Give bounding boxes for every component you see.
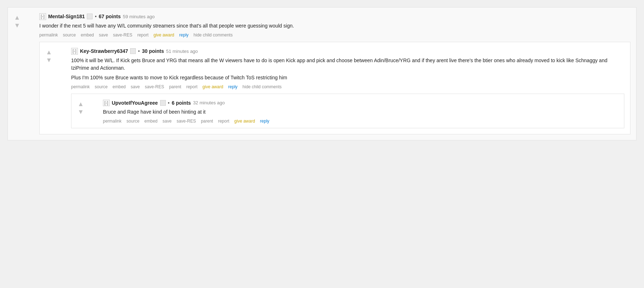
upvote-button[interactable]: ▲	[77, 100, 84, 108]
comment: ▲ ▼ [-] Mental-Sign181 • 67 points 59 mi…	[8, 7, 636, 140]
username[interactable]: UpvoteIfYouAgreee	[112, 100, 158, 106]
report-link[interactable]: report	[137, 33, 148, 38]
comment-actions: permalink source embed save save-RES par…	[71, 84, 624, 89]
bullet: •	[138, 48, 140, 54]
user-icon	[160, 100, 166, 106]
embed-link[interactable]: embed	[81, 33, 94, 38]
username[interactable]: Key-Strawberry6347	[80, 48, 128, 54]
save-link[interactable]: save	[99, 33, 108, 38]
reply-link[interactable]: reply	[260, 119, 269, 124]
save-res-link[interactable]: save-RES	[177, 119, 196, 124]
give-award-link[interactable]: give award	[234, 119, 255, 124]
report-link[interactable]: report	[218, 119, 229, 124]
collapse-button[interactable]: [-]	[39, 13, 46, 20]
vote-arrows: ▲ ▼	[45, 49, 53, 64]
upvote-button[interactable]: ▲	[45, 49, 53, 56]
embed-link[interactable]: embed	[144, 119, 158, 124]
upvote-button[interactable]: ▲	[14, 14, 21, 21]
source-link[interactable]: source	[95, 84, 108, 89]
hide-child-comments-link[interactable]: hide child comments	[194, 33, 233, 38]
permalink-link[interactable]: permalink	[103, 119, 122, 124]
permalink-link[interactable]: permalink	[39, 33, 58, 38]
embed-link[interactable]: embed	[113, 84, 126, 89]
hide-child-comments-link[interactable]: hide child comments	[243, 84, 282, 89]
source-link[interactable]: source	[63, 33, 76, 38]
report-link[interactable]: report	[186, 84, 197, 89]
comment-text: 100% it will be W/L. If Kick gets Bruce …	[71, 57, 624, 81]
comment-actions: permalink source embed save save-RES par…	[103, 119, 618, 124]
comment: ▲ ▼ [-] Key-Strawberry6347 • 30 points 5…	[39, 42, 630, 135]
points: 6 points	[172, 100, 191, 106]
downvote-button[interactable]: ▼	[77, 108, 84, 115]
downvote-button[interactable]: ▼	[14, 22, 21, 29]
reply-link[interactable]: reply	[179, 33, 189, 38]
collapse-button[interactable]: [-]	[103, 100, 110, 106]
save-link[interactable]: save	[131, 84, 140, 89]
give-award-link[interactable]: give award	[203, 84, 223, 89]
points: 67 points	[99, 14, 120, 19]
permalink-link[interactable]: permalink	[71, 84, 90, 89]
source-link[interactable]: source	[127, 119, 139, 124]
parent-link[interactable]: parent	[169, 84, 181, 89]
username[interactable]: Mental-Sign181	[48, 14, 85, 19]
comment-actions: permalink source embed save save-RES rep…	[39, 33, 630, 38]
vote-arrows: ▲ ▼	[77, 100, 84, 115]
reply-link[interactable]: reply	[228, 84, 238, 89]
timestamp: 32 minutes ago	[193, 100, 225, 105]
bullet: •	[95, 14, 96, 19]
collapse-button[interactable]: [-]	[71, 48, 78, 55]
comment-meta: [-] Key-Strawberry6347 • 30 points 51 mi…	[71, 48, 624, 55]
comment-text: Bruce and Rage have kind of been hinting…	[103, 108, 618, 116]
bullet: •	[168, 100, 170, 106]
vote-arrows: ▲ ▼	[14, 14, 21, 29]
save-res-link[interactable]: save-RES	[145, 84, 164, 89]
parent-link[interactable]: parent	[201, 119, 213, 124]
timestamp: 51 minutes ago	[166, 49, 198, 54]
timestamp: 59 minutes ago	[123, 14, 155, 19]
give-award-link[interactable]: give award	[154, 33, 174, 38]
comment-section: ▲ ▼ [-] Mental-Sign181 • 67 points 59 mi…	[8, 7, 636, 140]
comment-text: I wonder if the next 5 will have any W/L…	[39, 22, 630, 30]
user-icon	[130, 48, 136, 54]
points: 30 points	[142, 48, 164, 54]
downvote-button[interactable]: ▼	[45, 56, 53, 64]
comment: ▲ ▼ [-] UpvoteIfYouAgreee •	[71, 94, 624, 129]
save-res-link[interactable]: save-RES	[113, 33, 132, 38]
save-link[interactable]: save	[163, 119, 172, 124]
comment-meta: [-] Mental-Sign181 • 67 points 59 minute…	[39, 13, 630, 20]
user-icon	[87, 14, 93, 19]
comment-meta: [-] UpvoteIfYouAgreee • 6 points 32 minu…	[103, 100, 618, 106]
